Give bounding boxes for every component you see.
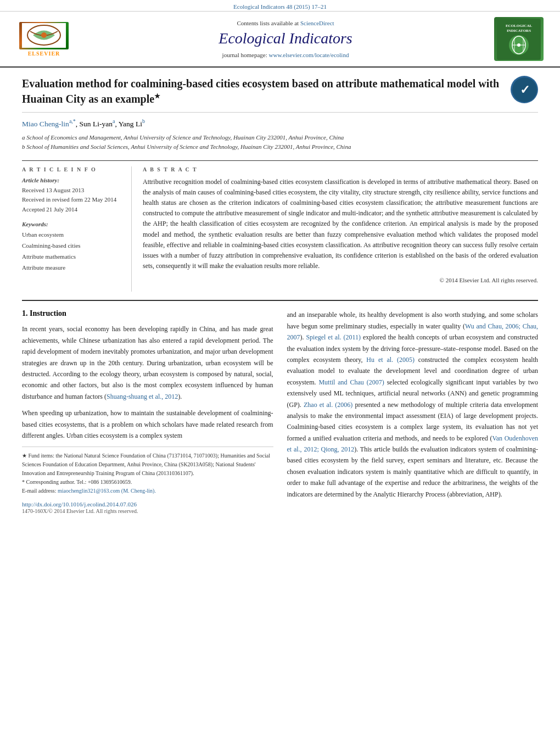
footnote-section: ★ Fund items: the National Natural Scien… xyxy=(22,447,273,495)
footnote-fund: ★ Fund items: the National Natural Scien… xyxy=(22,451,273,478)
keywords-section: Keywords: Urban ecosystem Coalmining-bas… xyxy=(22,221,123,273)
page-wrapper: Ecological Indicators 48 (2015) 17–21 EL… xyxy=(0,0,560,742)
footnote-email: E-mail address: miaochenglin321@163.com … xyxy=(22,487,273,495)
doi-link[interactable]: http://dx.doi.org/10.1016/j.ecolind.2014… xyxy=(22,501,137,507)
keyword-4: Attribute measure xyxy=(22,263,123,274)
article-title: Evaluation method for coalmining-based c… xyxy=(22,76,511,107)
ref-shuang[interactable]: Shuang-shuang et al., 2012 xyxy=(107,393,178,400)
svg-point-11 xyxy=(517,43,520,47)
article-history: Article history: Received 13 August 2013… xyxy=(22,177,123,215)
accepted-date: Accepted 21 July 2014 xyxy=(22,205,123,215)
article-info-heading: A R T I C L E I N F O xyxy=(22,166,123,172)
received-date: Received 13 August 2013 xyxy=(22,186,123,196)
homepage-link[interactable]: www.elsevier.com/locate/ecolind xyxy=(269,52,349,58)
elsevier-label: ELSEVIER xyxy=(28,51,60,57)
article-content: Evaluation method for coalmining-based c… xyxy=(0,68,560,525)
copyright-line: © 2014 Elsevier Ltd. All rights reserved… xyxy=(143,277,538,283)
history-label: Article history: xyxy=(22,177,123,183)
info-abstract-section: A R T I C L E I N F O Article history: R… xyxy=(22,160,538,292)
abstract-heading: A B S T R A C T xyxy=(143,166,538,172)
journal-reference: Ecological Indicators 48 (2015) 17–21 xyxy=(233,3,327,10)
article-info-col: A R T I C L E I N F O Article history: R… xyxy=(22,166,132,292)
article-title-section: Evaluation method for coalmining-based c… xyxy=(22,76,538,113)
eco-indicators-logo: ECOLOGICAL INDICATORS xyxy=(494,17,544,61)
journal-homepage: journal homepage: www.elsevier.com/locat… xyxy=(88,52,483,58)
body-para-1: In recent years, social economy has been… xyxy=(22,323,273,402)
affiliation-2: b School of Humanities and Social Scienc… xyxy=(22,142,538,152)
affiliations: a School of Economics and Management, An… xyxy=(22,133,538,152)
keyword-2: Coalmining-based cities xyxy=(22,241,123,252)
journal-reference-bar: Ecological Indicators 48 (2015) 17–21 xyxy=(0,0,560,12)
author-1[interactable]: Miao Cheng-lin xyxy=(22,120,69,128)
ref-muttil[interactable]: Muttil and Chau (2007) xyxy=(318,378,384,386)
contents-available: Contents lists available at ScienceDirec… xyxy=(88,20,483,26)
keyword-1: Urban ecosystem xyxy=(22,230,123,241)
elsevier-logo: ELSEVIER xyxy=(11,22,77,57)
ref-van[interactable]: Van Oudenhoven et al., 2012; Qiong, 2012 xyxy=(287,434,539,453)
elsevier-logo-image xyxy=(19,22,69,49)
body-right-col: and an inseparable whole, its healthy de… xyxy=(287,309,539,514)
keywords-label: Keywords: xyxy=(22,221,123,227)
body-two-col: 1. Instruction In recent years, social e… xyxy=(22,309,538,514)
svg-text:INDICATORS: INDICATORS xyxy=(507,29,531,33)
affiliation-1: a School of Economics and Management, An… xyxy=(22,133,538,143)
body-section: 1. Instruction In recent years, social e… xyxy=(22,300,538,514)
journal-header: ELSEVIER Contents lists available at Sci… xyxy=(0,12,560,68)
crossmark-logo: ✓ xyxy=(511,76,538,103)
journal-center: Contents lists available at ScienceDirec… xyxy=(77,20,494,58)
ref-zhao[interactable]: Zhao et al. (2006) xyxy=(304,401,352,409)
section-1-title: 1. Instruction xyxy=(22,309,273,318)
issn-copyright: 1470-160X/© 2014 Elsevier Ltd. All right… xyxy=(22,508,138,514)
body-left-col: 1. Instruction In recent years, social e… xyxy=(22,309,273,514)
email-link[interactable]: miaochenglin321@163.com (M. Cheng-lin). xyxy=(58,488,156,494)
sciencedirect-link[interactable]: ScienceDirect xyxy=(300,20,334,26)
journal-title: Ecological Indicators xyxy=(88,30,483,47)
revised-date: Received in revised form 22 May 2014 xyxy=(22,195,123,205)
ref-spiegel[interactable]: Spiegel et al. (2011) xyxy=(306,333,361,341)
body-para-2: When speeding up urbanization, how to ma… xyxy=(22,408,273,441)
abstract-col: A B S T R A C T Attributive recognition … xyxy=(143,166,538,292)
footnote-corr-author: * Corresponding author. Tel.: +086 13695… xyxy=(22,478,273,487)
abstract-text: Attributive recognition model of coalmin… xyxy=(143,177,538,272)
svg-text:✓: ✓ xyxy=(519,83,529,97)
keyword-3: Attribute mathematics xyxy=(22,252,123,263)
svg-text:ECOLOGICAL: ECOLOGICAL xyxy=(506,24,533,28)
ref-hu[interactable]: Hu et al. (2005) xyxy=(366,356,415,364)
body-right-para: and an inseparable whole, its healthy de… xyxy=(287,309,539,500)
doi-section: http://dx.doi.org/10.1016/j.ecolind.2014… xyxy=(22,501,273,514)
svg-point-2 xyxy=(41,32,47,38)
authors-line: Miao Cheng-lina,*, Sun Li-yana, Yang Lib xyxy=(22,118,538,129)
